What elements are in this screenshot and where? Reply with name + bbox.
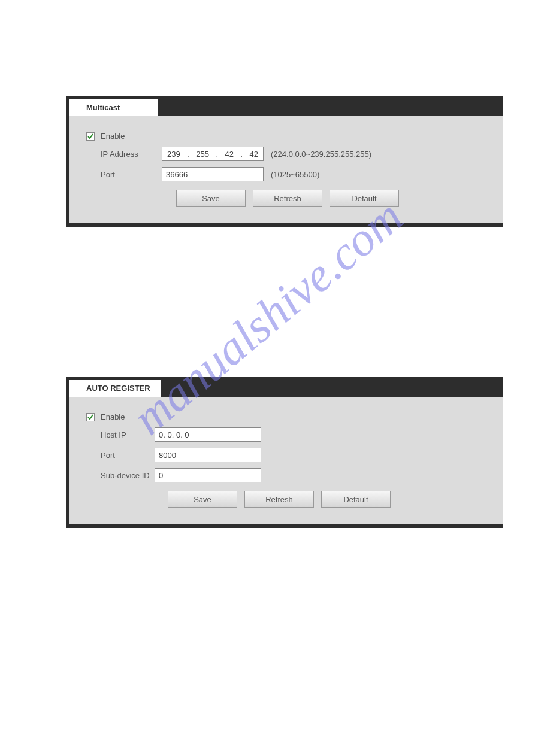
multicast-body: Enable IP Address 239. 255. 42. 42 (224.… [69,116,503,223]
default-button[interactable]: Default [321,491,391,508]
multicast-enable-row: Enable [86,132,496,141]
autoreg-port-label: Port [86,451,155,460]
multicast-ip-input[interactable]: 239. 255. 42. 42 [162,147,264,161]
autoreg-enable-row: Enable [86,412,496,421]
multicast-port-input[interactable] [162,167,264,181]
multicast-ip-label: IP Address [86,150,162,159]
autoreg-subdev-label: Sub-device ID [86,471,155,480]
default-button[interactable]: Default [330,190,399,207]
multicast-button-row: Save Refresh Default [86,190,496,207]
dot-icon: . [216,150,218,159]
dot-icon: . [240,150,243,159]
multicast-panel: Multicast Enable IP Address 239. 255. 42… [66,96,503,227]
ip-octet-0[interactable]: 239 [167,150,180,159]
tab-autoregister[interactable]: AUTO REGISTER [69,380,161,397]
tab-multicast[interactable]: Multicast [69,99,158,116]
multicast-ip-row: IP Address 239. 255. 42. 42 (224.0.0.0~2… [86,147,496,161]
autoreg-hostip-input[interactable] [155,427,261,442]
multicast-port-label: Port [86,170,162,179]
autoreg-port-row: Port [86,448,496,462]
save-button[interactable]: Save [176,190,246,207]
multicast-header: Multicast [69,99,503,116]
ip-octet-2[interactable]: 42 [225,150,233,159]
save-button[interactable]: Save [168,491,237,508]
autoreg-hostip-label: Host IP [86,430,155,439]
ip-octet-1[interactable]: 255 [196,150,209,159]
multicast-enable-label: Enable [101,132,125,141]
autoregister-body: Enable Host IP Port Sub-device ID Save R… [69,397,503,524]
autoreg-enable-label: Enable [101,412,125,421]
autoregister-header: AUTO REGISTER [69,380,503,397]
autoreg-port-input[interactable] [155,448,261,462]
autoreg-button-row: Save Refresh Default [86,491,496,508]
refresh-button[interactable]: Refresh [244,491,314,508]
multicast-ip-hint: (224.0.0.0~239.255.255.255) [271,150,371,159]
autoregister-panel: AUTO REGISTER Enable Host IP Port Sub-de… [66,377,503,528]
multicast-enable-checkbox[interactable] [86,132,95,141]
autoreg-subdev-input[interactable] [155,468,261,482]
autoreg-enable-checkbox[interactable] [86,413,95,421]
multicast-port-row: Port (1025~65500) [86,167,496,181]
dot-icon: . [187,150,189,159]
multicast-port-hint: (1025~65500) [271,170,319,179]
ip-octet-3[interactable]: 42 [249,150,258,159]
autoreg-hostip-row: Host IP [86,427,496,442]
autoreg-subdev-row: Sub-device ID [86,468,496,482]
refresh-button[interactable]: Refresh [253,190,322,207]
